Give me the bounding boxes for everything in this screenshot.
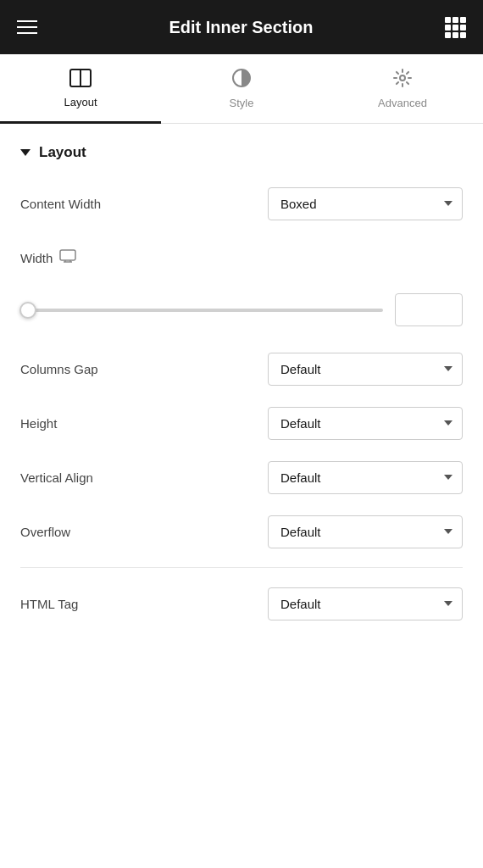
content-width-label: Content Width [20,197,101,211]
height-select-wrapper: Default Fit To Screen Min Height [268,407,463,440]
height-label: Height [20,416,57,431]
section-divider [20,567,463,568]
width-slider-wrapper [20,309,383,312]
section-header: Layout [20,144,463,161]
svg-rect-4 [60,250,75,260]
vertical-align-select-wrapper: Default Top Middle Bottom Space Between … [268,461,463,494]
width-slider-thumb[interactable] [19,302,36,319]
overflow-select-wrapper: Default Hidden Auto [268,515,463,548]
main-content: Layout Content Width Boxed Full Width Wi… [0,124,483,868]
html-tag-row: HTML Tag Default header main footer arti… [20,585,463,622]
layout-icon [69,69,92,91]
content-width-select-wrapper: Boxed Full Width [268,187,463,220]
advanced-icon [392,68,413,92]
height-row: Height Default Fit To Screen Min Height [20,404,463,442]
tab-advanced-label: Advanced [378,97,427,109]
overflow-select[interactable]: Default Hidden Auto [268,515,463,548]
section-collapse-icon[interactable] [20,149,31,156]
overflow-label: Overflow [20,525,70,539]
height-select[interactable]: Default Fit To Screen Min Height [268,407,463,440]
tab-style[interactable]: Style [161,54,322,123]
tab-layout-label: Layout [64,96,97,108]
tab-style-label: Style [230,97,254,109]
content-width-select[interactable]: Boxed Full Width [268,187,463,220]
html-tag-label: HTML Tag [20,597,78,611]
columns-gap-select[interactable]: Default No Gap Narrow Extended Wide Wide… [268,353,463,386]
page-title: Edit Inner Section [169,18,313,37]
svg-point-3 [400,75,405,81]
hamburger-icon[interactable] [17,20,37,34]
grid-icon[interactable] [445,17,466,38]
width-label: Width [20,249,76,266]
vertical-align-select[interactable]: Default Top Middle Bottom Space Between … [268,461,463,494]
columns-gap-row: Columns Gap Default No Gap Narrow Extend… [20,350,463,387]
style-icon [231,68,252,92]
html-tag-select-wrapper: Default header main footer article secti… [268,587,463,620]
app-container: Edit Inner Section Layout [0,0,483,868]
width-input[interactable] [395,293,463,326]
header: Edit Inner Section [0,0,483,54]
section-title: Layout [39,144,86,161]
html-tag-select[interactable]: Default header main footer article secti… [268,587,463,620]
tabs-bar: Layout Style Advanced [0,54,483,124]
width-slider-track [20,309,383,312]
content-width-row: Content Width Boxed Full Width [20,185,463,222]
monitor-icon [59,249,76,266]
overflow-row: Overflow Default Hidden Auto [20,513,463,550]
vertical-align-label: Vertical Align [20,470,93,485]
columns-gap-label: Columns Gap [20,362,98,376]
width-slider-row [20,293,463,326]
columns-gap-select-wrapper: Default No Gap Narrow Extended Wide Wide… [268,353,463,386]
tab-advanced[interactable]: Advanced [322,54,483,123]
tab-layout[interactable]: Layout [0,54,161,123]
vertical-align-row: Vertical Align Default Top Middle Bottom… [20,459,463,496]
width-label-row: Width [20,239,463,276]
